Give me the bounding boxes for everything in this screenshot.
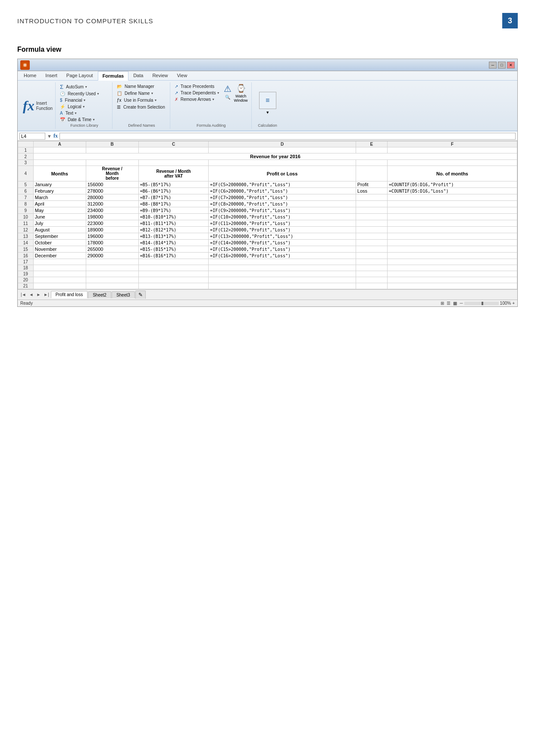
cell-f15[interactable] <box>388 246 517 253</box>
cell-b13[interactable]: 196000 <box>86 233 138 240</box>
cell-b7[interactable]: 280000 <box>86 194 138 201</box>
cell-e13[interactable] <box>356 233 387 240</box>
cell-f21[interactable] <box>388 283 517 289</box>
cell-d3[interactable] <box>209 160 356 166</box>
define-name-button[interactable]: Define Name ▼ <box>123 91 155 96</box>
cell-e4[interactable] <box>356 166 387 181</box>
col-header-e[interactable]: E <box>356 141 387 147</box>
cell-b6[interactable]: 278000 <box>86 188 138 194</box>
cell-a20[interactable] <box>33 277 86 283</box>
cell-b3[interactable] <box>86 160 138 166</box>
cell-a3[interactable] <box>33 160 86 166</box>
view-page-break-icon[interactable]: ▦ <box>453 301 457 306</box>
cell-e19[interactable] <box>356 271 387 277</box>
cell-f5[interactable]: =COUNTIF(D5:D16,"Profit") <box>388 181 517 188</box>
cell-b10[interactable]: 198000 <box>86 214 138 220</box>
sheet-tab-sheet2[interactable]: Sheet2 <box>88 291 111 298</box>
col-header-c[interactable]: C <box>138 141 209 147</box>
formula-bar-input[interactable] <box>59 133 516 140</box>
sheet-nav-prev[interactable]: ◄ <box>28 292 35 297</box>
cell-f19[interactable] <box>388 271 517 277</box>
cell-e15[interactable] <box>356 246 387 253</box>
formula-bar-fx-button[interactable]: fx <box>53 133 58 139</box>
cell-b1[interactable] <box>86 147 138 153</box>
cell-f1[interactable] <box>388 147 517 153</box>
name-manager-button[interactable]: Name Manager <box>123 84 156 89</box>
office-button[interactable]: ⊞ <box>20 60 30 70</box>
cell-a21[interactable] <box>33 283 86 289</box>
restore-button[interactable]: □ <box>498 62 506 69</box>
use-in-formula-button[interactable]: Use in Formula ▼ <box>123 97 159 103</box>
cell-e9[interactable] <box>356 207 387 214</box>
sheet-nav-next[interactable]: ► <box>35 292 42 297</box>
cell-f7[interactable] <box>388 194 517 201</box>
cell-d10[interactable]: =IF(C10>200000,"Profit","Loss") <box>209 214 356 220</box>
cell-c15[interactable]: =B15-(B15*17%) <box>138 246 209 253</box>
cell-c20[interactable] <box>138 277 209 283</box>
cell-e6[interactable]: Loss <box>356 188 387 194</box>
cell-months-header[interactable]: Months <box>33 166 86 181</box>
cell-d14[interactable]: =IF(C14>200000,"Profit","Loss") <box>209 240 356 246</box>
cell-c3[interactable] <box>138 160 209 166</box>
cell-f13[interactable] <box>388 233 517 240</box>
cell-e12[interactable] <box>356 227 387 233</box>
cell-d19[interactable] <box>209 271 356 277</box>
cell-a6[interactable]: February <box>33 188 86 194</box>
cell-d12[interactable]: =IF(C12>200000,"Profit","Loss") <box>209 227 356 233</box>
cell-d5[interactable]: =IF(C5>2000000,"Profit","Loss") <box>209 181 356 188</box>
cell-c5[interactable]: =B5-(B5*17%) <box>138 181 209 188</box>
cell-b16[interactable]: 290000 <box>86 253 138 259</box>
cell-e16[interactable] <box>356 253 387 259</box>
cell-c11[interactable]: =B11-(B11*17%) <box>138 220 209 227</box>
cell-f8[interactable] <box>388 201 517 207</box>
view-layout-icon[interactable]: ☰ <box>447 301 451 306</box>
sheet-tab-profit-loss[interactable]: Profit and loss <box>51 291 88 298</box>
cell-e10[interactable] <box>356 214 387 220</box>
cell-e11[interactable] <box>356 220 387 227</box>
sheet-tab-sheet3[interactable]: Sheet3 <box>112 291 135 298</box>
cell-a14[interactable]: October <box>33 240 86 246</box>
col-header-f[interactable]: F <box>388 141 517 147</box>
cell-f20[interactable] <box>388 277 517 283</box>
cell-a8[interactable]: April <box>33 201 86 207</box>
cell-e1[interactable] <box>356 147 387 153</box>
cell-f12[interactable] <box>388 227 517 233</box>
remove-arrows-button[interactable]: Remove Arrows ▼ <box>179 97 216 102</box>
cell-f11[interactable] <box>388 220 517 227</box>
cell-c21[interactable] <box>138 283 209 289</box>
cell-c8[interactable]: =B8-(B8*17%) <box>138 201 209 207</box>
tab-data[interactable]: Data <box>129 71 147 80</box>
cell-d11[interactable]: =IF(C11>200000,"Profit","Loss") <box>209 220 356 227</box>
cell-b5[interactable]: 156000 <box>86 181 138 188</box>
name-box-input[interactable] <box>19 133 45 140</box>
cell-c7[interactable]: =B7-(B7*17%) <box>138 194 209 201</box>
cell-c6[interactable]: =B6-(B6*17%) <box>138 188 209 194</box>
cell-c10[interactable]: =B10-(B10*17%) <box>138 214 209 220</box>
sheet-tab-new[interactable]: ✎ <box>135 291 146 299</box>
tab-insert[interactable]: Insert <box>41 71 62 80</box>
cell-f6[interactable]: =COUNTIF(D5:D16,"Loss") <box>388 188 517 194</box>
cell-e7[interactable] <box>356 194 387 201</box>
formula-bar-dropdown[interactable]: ▼ <box>47 134 52 139</box>
cell-e8[interactable] <box>356 201 387 207</box>
cell-e21[interactable] <box>356 283 387 289</box>
cell-e20[interactable] <box>356 277 387 283</box>
cell-e14[interactable] <box>356 240 387 246</box>
cell-revenue-vat-header[interactable]: Revenue / Monthafter VAT <box>138 166 209 181</box>
cell-b15[interactable]: 265000 <box>86 246 138 253</box>
zoom-in-button[interactable]: + <box>512 301 515 306</box>
trace-dependents-button[interactable]: Trace Dependents ▼ <box>179 90 221 96</box>
cell-no-months-header[interactable]: No. of months <box>388 166 517 181</box>
cell-e5[interactable]: Profit <box>356 181 387 188</box>
cell-d17[interactable] <box>209 259 356 265</box>
close-button[interactable]: ✕ <box>507 62 515 69</box>
cell-a13[interactable]: September <box>33 233 86 240</box>
cell-a10[interactable]: June <box>33 214 86 220</box>
cell-c18[interactable] <box>138 265 209 271</box>
cell-a19[interactable] <box>33 271 86 277</box>
cell-d7[interactable]: =IF(C7>200000,"Profit","Loss") <box>209 194 356 201</box>
minimize-button[interactable]: ─ <box>489 62 497 69</box>
cell-b14[interactable]: 178000 <box>86 240 138 246</box>
cell-f10[interactable] <box>388 214 517 220</box>
cell-e18[interactable] <box>356 265 387 271</box>
